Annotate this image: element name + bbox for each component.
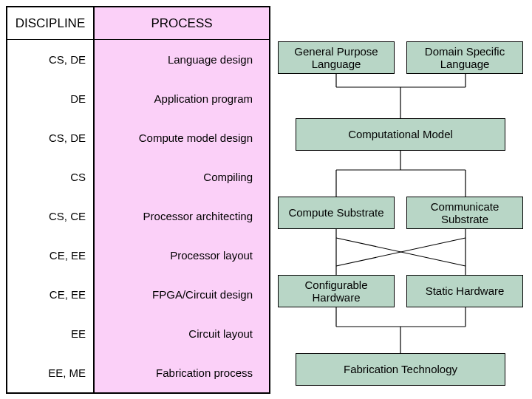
box-domain-specific-language: Domain Specific Language (406, 41, 523, 74)
box-general-purpose-language: General Purpose Language (278, 41, 395, 74)
process-column: PROCESS Language design Application prog… (93, 6, 270, 394)
discipline-cell: CE, EE (7, 275, 93, 314)
svg-line-11 (336, 238, 466, 266)
discipline-cell: CS, DE (7, 40, 93, 79)
discipline-column: DISCIPLINE CS, DE DE CS, DE CS CS, CE CE… (6, 6, 95, 394)
discipline-cell: EE (7, 314, 93, 353)
process-cell: Processor architecting (95, 197, 269, 236)
box-compute-substrate: Compute Substrate (278, 197, 395, 229)
process-cell: Language design (95, 40, 269, 79)
box-fabrication-technology: Fabrication Technology (296, 353, 505, 386)
discipline-cell: CS (7, 157, 93, 197)
discipline-cell: CE, EE (7, 236, 93, 275)
process-cell: Circuit layout (95, 314, 269, 353)
discipline-cell: EE, ME (7, 353, 93, 392)
process-cell: Compute model design (95, 118, 269, 157)
box-configurable-hardware: Configurable Hardware (278, 275, 395, 307)
discipline-header: DISCIPLINE (7, 7, 93, 40)
process-cell: Fabrication process (95, 353, 269, 392)
box-static-hardware: Static Hardware (406, 275, 523, 307)
svg-line-10 (336, 238, 466, 266)
box-computational-model: Computational Model (296, 118, 505, 151)
process-cell: Application program (95, 79, 269, 118)
discipline-cell: DE (7, 79, 93, 118)
process-header: PROCESS (95, 7, 269, 40)
process-cell: Processor layout (95, 236, 269, 275)
discipline-cell: CS, CE (7, 197, 93, 236)
process-cell: FPGA/Circuit design (95, 275, 269, 314)
discipline-cell: CS, DE (7, 118, 93, 157)
process-cell: Compiling (95, 157, 269, 197)
box-communicate-substrate: Communicate Substrate (406, 197, 523, 229)
